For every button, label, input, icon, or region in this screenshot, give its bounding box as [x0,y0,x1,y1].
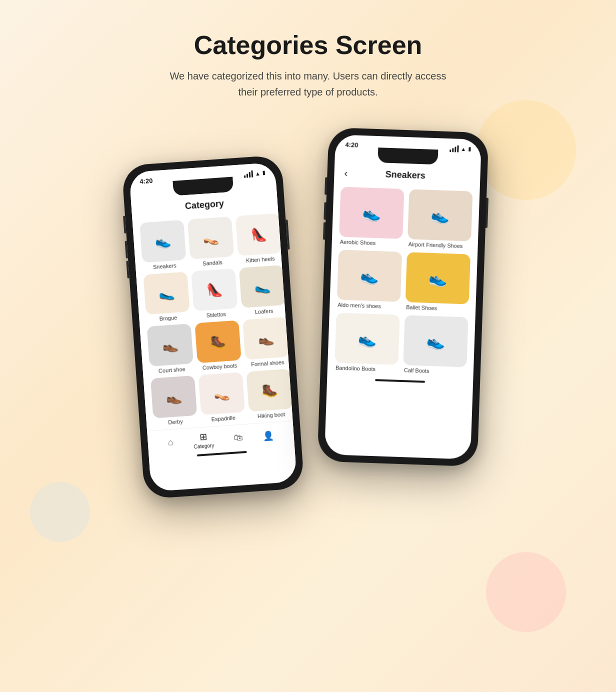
sneaker-emoji-airport: 👟 [430,206,450,224]
phone-right: 4:20 ▲ ▮ [317,128,488,467]
sneaker-label-aerobic: Aerobic Shoes [339,238,402,246]
cat-item-sandals[interactable]: 👡 Sandals [188,216,234,268]
notch-right [378,148,438,164]
cat-label-loafers: Loafers [254,308,273,316]
cat-label-sandals: Sandals [202,259,223,266]
sneaker-emoji-aldo: 👟 [360,266,379,284]
cat-item-espadrille[interactable]: 👡 Espadrille [198,372,246,423]
screen-title-right: Sneakers [352,168,458,182]
cat-label-cowboy: Cowboy boots [202,362,237,371]
home-icon: ⌂ [168,437,174,448]
status-icons-left: ▲ ▮ [244,169,266,178]
cat-item-kitten[interactable]: 👠 Kitten heels [236,213,282,264]
signal-bars-left [244,170,253,178]
bg-circle-2 [486,552,566,632]
cat-emoji-stilettos: 👠 [206,282,223,298]
cat-label-kitten: Kitten heels [246,256,275,264]
nav-category[interactable]: ⊞ Category [193,430,214,450]
sneaker-item-airport[interactable]: 👟 Airport Friendly Shoes [407,189,472,249]
cat-item-cowboy[interactable]: 🥾 Cowboy boots [194,320,242,371]
status-time-right: 4:20 [345,141,358,149]
cat-emoji-formal: 👞 [258,330,274,346]
cat-img-formal: 👞 [242,317,289,360]
cat-img-espadrille: 👡 [198,372,245,415]
cat-emoji-hiking: 🥾 [261,382,278,398]
wifi-icon-right: ▲ [460,146,466,152]
cat-img-court: 👞 [147,324,194,366]
sneaker-label-airport: Airport Friendly Shoes [407,241,470,249]
sneaker-emoji-ballet: 👟 [428,269,448,287]
page-subtitle: We have categorized this into many. User… [168,68,448,100]
page-header: Categories Screen We have categorized th… [168,30,448,100]
nav-cart[interactable]: 🛍 [234,432,243,443]
cat-label-stilettos: Stilettos [206,311,226,318]
cat-label-hiking: Hiking boot [258,411,286,419]
cat-label-espadrille: Espadrille [211,414,236,422]
phone-left-screen: 4:20 ▲ ▮ [129,162,297,492]
cat-item-hiking[interactable]: 🥾 Hiking boot [246,368,293,420]
bg-circle-1 [476,100,576,200]
sneaker-img-calf: 👟 [403,315,468,367]
cat-label-formal: Formal shoes [251,359,284,368]
signal-bars-right [450,145,458,152]
cat-item-court[interactable]: 👞 Court shoe [147,324,194,374]
sneaker-emoji-calf: 👟 [426,332,445,350]
cat-item-loafers[interactable]: 🥿 Loafers [239,265,286,316]
back-button[interactable]: ‹ [344,168,348,179]
cat-img-stilettos: 👠 [191,268,238,312]
cat-emoji-espadrille: 👡 [213,386,230,402]
screen-content-right: ‹ Sneakers 👟 Aerobic Shoes 👟 Airport Fri… [325,161,480,446]
cat-item-sneakers[interactable]: 👟 Sneakers [140,220,186,271]
sneaker-emoji-bandolino: 👟 [358,330,376,348]
phones-container: 4:20 ▲ ▮ [133,130,483,494]
cat-label-brogue: Brogue [159,314,177,322]
wifi-icon-left: ▲ [254,170,260,176]
profile-icon: 👤 [262,430,274,442]
cart-icon: 🛍 [234,432,243,443]
bg-circle-3 [30,482,90,542]
sneakers-grid: 👟 Aerobic Shoes 👟 Airport Friendly Shoes… [328,182,480,380]
screen-title-left: Category [184,198,224,211]
cat-emoji-sandals: 👡 [202,230,220,246]
sneaker-label-bandolino: Bandolino Boots [334,364,398,372]
cat-item-stilettos[interactable]: 👠 Stilettos [191,268,238,320]
cat-img-brogue: 🥿 [143,272,190,314]
cat-emoji-court: 👞 [162,336,178,353]
sneaker-img-bandolino: 👟 [334,312,400,364]
home-indicator-left [197,451,247,456]
page-title: Categories Screen [168,30,448,60]
cat-emoji-kitten: 👠 [250,226,267,243]
nav-home[interactable]: ⌂ [168,437,174,448]
sneaker-item-aldo[interactable]: 👟 Aldo men's shoes [336,250,402,310]
sneaker-label-aldo: Aldo men's shoes [336,302,400,310]
cat-img-sandals: 👡 [188,216,234,260]
cat-img-sneakers: 👟 [140,220,186,263]
status-icons-right: ▲ ▮ [450,145,471,152]
cat-item-brogue[interactable]: 🥿 Brogue [143,272,190,322]
sneaker-img-airport: 👟 [408,189,472,241]
sneaker-item-ballet[interactable]: 👟 Ballet Shoes [405,252,470,312]
sneaker-item-bandolino[interactable]: 👟 Bandolino Boots [334,312,400,372]
cat-item-derby[interactable]: 👞 Derby [150,376,198,426]
sneaker-label-calf: Calf Boots [403,367,466,375]
screen-content-left: Category 👟 Sneakers 👡 Sandals 👠 Kitten h… [131,188,296,478]
cat-img-loafers: 🥿 [239,265,286,308]
cat-item-formal[interactable]: 👞 Formal shoes [242,317,290,368]
cat-label-court: Court shoe [158,366,186,374]
cat-img-derby: 👞 [150,376,197,418]
cat-label-sneakers: Sneakers [153,262,176,270]
nav-profile[interactable]: 👤 [262,430,274,442]
category-grid: 👟 Sneakers 👡 Sandals 👠 Kitten heels 🥿 Br… [132,209,293,430]
sneaker-img-ballet: 👟 [406,252,470,304]
sneaker-img-aldo: 👟 [337,250,402,302]
phone-right-screen: 4:20 ▲ ▮ [324,134,482,460]
sneaker-item-calf[interactable]: 👟 Calf Boots [403,315,468,375]
category-icon: ⊞ [199,431,207,442]
cat-img-kitten: 👠 [236,213,282,256]
sneaker-item-aerobic[interactable]: 👟 Aerobic Shoes [339,187,404,247]
cat-emoji-brogue: 🥿 [158,285,175,302]
sneaker-img-aerobic: 👟 [339,187,404,239]
home-indicator-right [375,379,425,382]
battery-icon-left: ▮ [262,170,266,176]
cat-img-hiking: 🥾 [246,368,292,412]
